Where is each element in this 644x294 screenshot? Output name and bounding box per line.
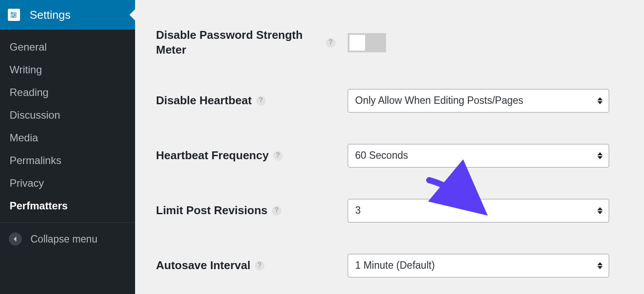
sidebar-item-label: Reading [10,86,48,98]
setting-label: Heartbeat Frequency ? [156,148,348,163]
row-disable-heartbeat: Disable Heartbeat ? Only Allow When Edit… [156,73,627,128]
sidebar-item-media[interactable]: Media [0,126,135,149]
label-text: Disable Password Strength Meter [156,28,322,58]
select-value: 1 Minute (Default) [355,260,435,271]
select-limit-post-revisions[interactable]: 3 [348,199,609,222]
sidebar-item-general[interactable]: General [0,36,135,58]
collapse-menu-button[interactable]: Collapse menu [0,222,135,255]
label-text: Limit Post Revisions [156,203,268,218]
help-icon[interactable]: ? [326,38,336,48]
select-chevron-icon [597,152,603,159]
select-value: 60 Seconds [355,150,408,161]
row-autosave-interval: Autosave Interval ? 1 Minute (Default) [156,238,627,293]
select-value: 3 [355,205,361,216]
chevron-left-icon [9,232,22,246]
help-icon[interactable]: ? [256,96,266,106]
sidebar-filler [0,255,135,294]
collapse-menu-label: Collapse menu [31,233,97,245]
select-disable-heartbeat[interactable]: Only Allow When Editing Posts/Pages [348,89,609,113]
row-heartbeat-frequency: Heartbeat Frequency ? 60 Seconds [156,128,627,183]
row-limit-post-revisions: Limit Post Revisions ? 3 [156,183,627,238]
label-text: Heartbeat Frequency [156,148,269,163]
sidebar-item-privacy[interactable]: Privacy [0,172,135,195]
select-chevron-icon [597,97,603,104]
setting-control [348,33,609,52]
sidebar-section-label: Settings [30,8,71,22]
sidebar-item-label: Media [10,132,38,144]
label-text: Disable Heartbeat [156,93,252,108]
help-icon[interactable]: ? [255,261,264,270]
sidebar-section-settings[interactable]: Settings [0,0,135,30]
sidebar-item-permalinks[interactable]: Permalinks [0,149,135,172]
sliders-icon [8,9,20,21]
label-text: Autosave Interval [156,258,251,273]
sidebar-item-discussion[interactable]: Discussion [0,104,135,126]
select-heartbeat-frequency[interactable]: 60 Seconds [348,144,609,168]
setting-control: 1 Minute (Default) [348,254,609,277]
select-autosave-interval[interactable]: 1 Minute (Default) [348,254,609,277]
sidebar-item-label: Writing [10,64,42,75]
setting-label: Disable Password Strength Meter ? [156,28,348,58]
setting-control: 3 [348,199,609,222]
select-chevron-icon [597,262,603,269]
setting-label: Autosave Interval ? [156,258,348,273]
setting-label: Disable Heartbeat ? [156,93,348,108]
sidebar-item-label: General [10,41,47,53]
row-disable-password-meter: Disable Password Strength Meter ? [156,0,627,73]
sidebar-item-reading[interactable]: Reading [0,81,135,104]
admin-sidebar: Settings General Writing Reading Discuss… [0,0,135,294]
select-value: Only Allow When Editing Posts/Pages [355,95,523,106]
sidebar-item-label: Permalinks [10,154,61,166]
settings-panel: Disable Password Strength Meter ? Disabl… [135,0,644,294]
setting-control: Only Allow When Editing Posts/Pages [348,89,609,113]
setting-control: 60 Seconds [348,144,609,168]
sidebar-item-writing[interactable]: Writing [0,58,135,81]
setting-label: Limit Post Revisions ? [156,203,348,218]
help-icon[interactable]: ? [272,206,281,215]
sidebar-submenu: General Writing Reading Discussion Media… [0,30,135,221]
sidebar-item-perfmatters[interactable]: Perfmatters [0,195,135,217]
sidebar-item-label: Privacy [10,177,44,189]
toggle-knob [349,35,365,51]
select-chevron-icon [597,207,603,214]
help-icon[interactable]: ? [273,151,283,161]
toggle-disable-password-meter[interactable] [348,33,386,52]
sidebar-item-label: Perfmatters [10,200,68,212]
sidebar-item-label: Discussion [10,109,60,121]
